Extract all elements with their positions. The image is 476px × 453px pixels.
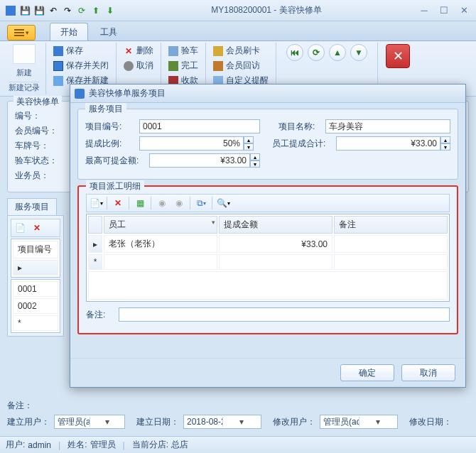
- member-visit-button[interactable]: 会员回访: [212, 59, 270, 72]
- qat-undo-icon[interactable]: ↶: [47, 4, 60, 17]
- remark-input[interactable]: [119, 307, 450, 322]
- col-employee[interactable]: 员工▾: [104, 216, 217, 234]
- svg-rect-2: [14, 32, 24, 33]
- create-date-label: 建立日期：: [136, 416, 179, 428]
- bg-member-label: 会员编号：: [15, 125, 59, 137]
- grid-toolbar: 📄▾ ✕ ▦ ◉ ◉ ⧉▾ 🔍▾: [86, 194, 450, 212]
- chevron-down-icon[interactable]: ▾: [222, 417, 261, 427]
- bg-col-code: 项目编号: [13, 241, 58, 258]
- save-close-button[interactable]: 保存并关闭: [52, 59, 110, 72]
- ratio-spin-down[interactable]: ▾: [244, 143, 254, 151]
- qat-up-icon[interactable]: ⬆: [90, 4, 102, 17]
- qat-save-close-icon[interactable]: 💾: [33, 4, 45, 17]
- create-date-combo[interactable]: 2018-08-20▾: [183, 415, 261, 429]
- file-menu-button[interactable]: ▾: [7, 25, 36, 40]
- ratio-label: 提成比例:: [85, 138, 135, 150]
- service-item-dialog: 美容快修单服务项目 服务项目 项目编号: 项目名称: 提成比例: ▴▾ 员工提成…: [70, 84, 466, 388]
- code-input[interactable]: [139, 119, 260, 133]
- grid-row-new[interactable]: *: [88, 254, 448, 270]
- service-item-legend: 服务项目: [85, 103, 126, 115]
- dialog-icon: [75, 89, 85, 99]
- bg-plate-label: 车牌号：: [15, 140, 59, 152]
- gt-new-icon[interactable]: 📄▾: [88, 196, 104, 210]
- close-button[interactable]: ✕: [456, 5, 472, 16]
- chevron-down-icon[interactable]: ▾: [359, 417, 398, 427]
- ratio-spin-up[interactable]: ▴: [244, 136, 254, 143]
- name-input[interactable]: [325, 119, 450, 133]
- inspect-button[interactable]: 验车: [167, 44, 200, 58]
- tab-tools[interactable]: 工具: [90, 23, 128, 40]
- cancel-button[interactable]: 取消: [122, 59, 155, 72]
- max-input[interactable]: [149, 153, 250, 168]
- modify-user-label: 修改用户：: [273, 416, 315, 428]
- qat-down-icon[interactable]: ⬇: [104, 4, 117, 17]
- status-name-value: 管理员: [90, 439, 116, 451]
- detail-fieldset: 项目派工明细 📄▾ ✕ ▦ ◉ ◉ ⧉▾ 🔍▾ 员工▾ 提成金额: [77, 185, 458, 334]
- save-button[interactable]: 保存: [52, 44, 110, 58]
- gt-copy-icon[interactable]: ⧉▾: [193, 196, 209, 210]
- new-group-label: 新建记录: [9, 82, 40, 93]
- dialog-cancel-button[interactable]: 取消: [401, 364, 455, 381]
- status-user-label: 用户:: [6, 439, 25, 451]
- nav-refresh-button[interactable]: ⟳: [308, 44, 325, 61]
- status-user-value: admin: [28, 440, 51, 450]
- create-user-label: 建立用户：: [7, 416, 50, 428]
- gt-delete-icon[interactable]: ✕: [110, 196, 126, 210]
- ratio-input[interactable]: [139, 136, 244, 151]
- commission-total-label: 员工提成合计:: [272, 138, 332, 150]
- bg-row-1[interactable]: 0002: [13, 298, 58, 314]
- complete-button[interactable]: 完工: [167, 59, 200, 72]
- gt-prev-icon[interactable]: ◉: [171, 196, 187, 210]
- commission-total-input[interactable]: [336, 136, 440, 151]
- dialog-titlebar[interactable]: 美容快修单服务项目: [70, 84, 465, 103]
- chevron-down-icon[interactable]: ▾: [90, 417, 125, 427]
- detail-legend: 项目派工明细: [86, 180, 144, 192]
- statusbar: 用户: admin | 姓名: 管理员 | 当前分店: 总店: [0, 436, 476, 453]
- cell-amount[interactable]: ¥33.00: [219, 235, 332, 253]
- bg-sales-label: 业务员：: [15, 170, 59, 182]
- col-amount[interactable]: 提成金额: [219, 216, 332, 234]
- status-branch-value: 总店: [171, 439, 188, 451]
- bg-inspect-label: 验车状态：: [15, 155, 59, 167]
- maximize-button[interactable]: ☐: [436, 5, 452, 16]
- max-spin-down[interactable]: ▾: [250, 160, 260, 168]
- window-title: MY1808200001 - 美容快修单: [117, 4, 416, 16]
- qat-save-icon[interactable]: 💾: [18, 4, 31, 17]
- create-user-combo[interactable]: 管理员(ad…▾: [54, 415, 125, 429]
- qat-redo-icon[interactable]: ↷: [61, 4, 74, 17]
- ok-button[interactable]: 确定: [340, 364, 394, 381]
- qat-refresh-icon[interactable]: ⟳: [75, 4, 88, 17]
- gt-first-icon[interactable]: ◉: [154, 196, 170, 210]
- tab-start[interactable]: 开始: [50, 23, 88, 40]
- max-label: 最高可提金额:: [85, 155, 145, 167]
- cell-emp[interactable]: 老张（老张）: [104, 235, 217, 253]
- max-spin-up[interactable]: ▴: [250, 153, 260, 160]
- window-titlebar: 💾 💾 ↶ ↷ ⟳ ⬆ ⬇ MY1808200001 - 美容快修单 ─ ☐ ✕: [0, 0, 476, 21]
- bg-row-0[interactable]: 0001: [13, 281, 58, 297]
- code-label: 项目编号:: [85, 121, 135, 133]
- nav-first-button[interactable]: ⏮: [286, 44, 303, 61]
- detail-grid: 员工▾ 提成金额 备注 ▸ 老张（老张） ¥33.00 *: [86, 214, 450, 302]
- close-big-button[interactable]: ✕: [386, 44, 410, 68]
- bg-mini-new[interactable]: 📄: [13, 221, 27, 235]
- modify-user-combo[interactable]: 管理员(admin)▾: [320, 415, 398, 429]
- delete-button[interactable]: ✕删除: [122, 44, 155, 58]
- minimize-button[interactable]: ─: [416, 5, 432, 16]
- ct-spin-down[interactable]: ▾: [440, 143, 450, 151]
- new-icon[interactable]: [13, 44, 36, 64]
- ct-spin-up[interactable]: ▴: [440, 136, 450, 143]
- cell-remark[interactable]: [334, 235, 448, 253]
- bg-svc-tab[interactable]: 服务项目: [7, 198, 57, 215]
- bg-mini-del[interactable]: ✕: [30, 221, 44, 235]
- nav-up-button[interactable]: ▲: [329, 44, 346, 61]
- gt-search-icon[interactable]: 🔍▾: [215, 196, 231, 210]
- col-remark[interactable]: 备注: [334, 216, 448, 234]
- nav-down-button[interactable]: ▼: [350, 44, 367, 61]
- bottom-area: 备注： 建立用户： 管理员(ad…▾ 建立日期： 2018-08-20▾ 修改用…: [7, 397, 469, 432]
- grid-row-0[interactable]: ▸ 老张（老张） ¥33.00: [88, 235, 448, 253]
- gt-edit-icon[interactable]: ▦: [132, 196, 148, 210]
- filter-icon[interactable]: ▾: [212, 219, 215, 226]
- ribbon-tabstrip: ▾ 开始 工具: [0, 21, 476, 41]
- member-card-button[interactable]: 会员刷卡: [212, 44, 270, 58]
- bg-mini-table: 项目编号 ▸: [11, 239, 60, 278]
